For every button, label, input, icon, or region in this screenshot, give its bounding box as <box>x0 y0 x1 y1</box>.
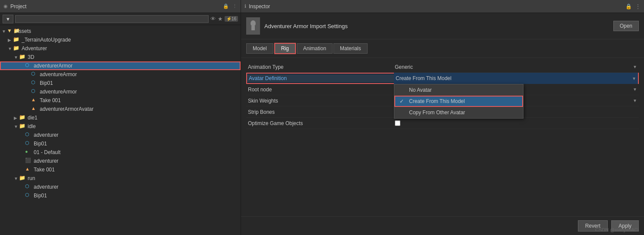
tree-item[interactable]: ⬡adventurerArmor <box>0 61 241 70</box>
dropdown-copy-from-other[interactable]: Copy From Other Avatar <box>394 107 523 118</box>
root-node-arrow: ▼ <box>633 87 637 92</box>
tree-item-label: adventurer <box>34 132 58 138</box>
folder-icon: 📁 <box>19 123 26 130</box>
folder-icon: 📁 <box>19 114 26 121</box>
avatar-definition-menu: No Avatar ✓ Create From This Model Copy … <box>394 84 523 119</box>
tree-item-label: Adventurer <box>22 45 47 52</box>
tree-arrow: ▼ <box>8 46 13 51</box>
tree-item[interactable]: ▼📁Adventurer <box>0 44 241 53</box>
tree-item[interactable]: ⬡adventureArmor <box>0 70 241 79</box>
tree-item-label: adventurerArmor <box>34 63 73 69</box>
inspector-lock-icon[interactable]: 🔒 <box>625 3 632 10</box>
tree-arrow: ▼ <box>14 55 19 60</box>
tree-item-label: 01 - Default <box>34 149 60 155</box>
tree-arrow: ▼ <box>2 29 7 34</box>
project-panel: ◉ Project 🔒 ⋮ ▼ 👁 ★ ⚡16 ▼▼ 📁Assets▶📁_Ter… <box>0 0 241 235</box>
tree-item[interactable]: ⬡Bip01 <box>0 79 241 87</box>
tree-arrow: ▶ <box>8 38 13 42</box>
folder-icon: 📁 <box>13 45 20 52</box>
anim-icon: ⬛ <box>25 158 32 164</box>
avatar-definition-dropdown-container: Create From This Model ▼ No Avatar ✓ <box>394 73 638 84</box>
file-tree: ▼▼ 📁Assets▶📁_TerrainAutoUpgrade▼📁Adventu… <box>0 25 241 235</box>
tree-item-label: adventurer <box>34 158 58 164</box>
tree-item-label: run <box>28 175 35 181</box>
root-node-label: Root node <box>246 87 393 93</box>
folder-icon: 📁 <box>19 175 26 182</box>
avatar-icon: ▲ <box>31 106 38 113</box>
dropdown-create-from-model[interactable]: ✓ Create From This Model <box>394 96 523 107</box>
tree-item[interactable]: ▶📁die1 <box>0 113 241 122</box>
avatar-definition-arrow: ▼ <box>632 76 636 81</box>
bottom-buttons: Revert Apply <box>241 216 644 235</box>
tab-rig[interactable]: Rig <box>274 43 296 54</box>
take-icon: ▲ <box>25 166 32 173</box>
inspector-tab-label[interactable]: Inspector <box>249 3 270 10</box>
tree-item[interactable]: ▼📁3D <box>0 53 241 61</box>
tree-item[interactable]: ▲adventurerArmorAvatar <box>0 105 241 113</box>
mesh-icon: ⬡ <box>31 80 38 87</box>
mesh-icon: ⬡ <box>25 192 32 199</box>
animation-type-label: Animation Type <box>246 64 393 70</box>
info-icon: ℹ <box>244 3 246 9</box>
tree-item[interactable]: ▼📁run <box>0 174 241 183</box>
tree-arrow: ▼ <box>14 176 19 181</box>
optimize-row: Optimize Game Objects <box>246 118 639 129</box>
eye-icon[interactable]: 👁 <box>210 16 216 22</box>
tab-animation[interactable]: Animation <box>297 43 333 54</box>
star-icon[interactable]: ★ <box>218 16 223 22</box>
project-toolbar: ▼ 👁 ★ ⚡16 <box>0 13 241 25</box>
settings-area: Animation Type Generic ▼ Avatar Definiti… <box>241 58 644 216</box>
tree-item[interactable]: ⬡adventureArmor <box>0 87 241 96</box>
strip-bones-label: Strip Bones <box>246 109 393 115</box>
mesh-icon: ⬡ <box>25 183 32 190</box>
tree-item-label: Bip01 <box>40 80 53 86</box>
avatar-definition-value[interactable]: Create From This Model ▼ <box>394 73 638 84</box>
optimize-label: Optimize Game Objects <box>246 120 393 126</box>
tree-item[interactable]: ●01 - Default <box>0 148 241 157</box>
tree-item-label: Assets <box>16 28 31 34</box>
tree-item[interactable]: ⬡adventurer <box>0 131 241 139</box>
take-icon: ▲ <box>31 97 38 104</box>
animation-type-row: Animation Type Generic ▼ <box>246 61 639 73</box>
inspector-menu-icon[interactable]: ⋮ <box>635 3 641 10</box>
add-button[interactable]: ▼ <box>3 15 13 23</box>
inspector-content: Adventurer Armor Import Settings Open Mo… <box>241 13 644 235</box>
optimize-value[interactable] <box>393 120 639 126</box>
tab-materials[interactable]: Materials <box>333 43 368 54</box>
mesh-icon: ⬡ <box>25 62 32 69</box>
search-input[interactable] <box>15 15 209 23</box>
project-tab-label[interactable]: Project <box>10 3 26 10</box>
tree-item-label: Take 001 <box>34 167 55 173</box>
tree-item[interactable]: ⬡Bip01 <box>0 139 241 148</box>
tree-item[interactable]: ▼📁idle <box>0 122 241 131</box>
inspector-panel: ℹ Inspector 🔒 ⋮ Adventurer Armor Import … <box>241 0 644 235</box>
folder-icon: 📁 <box>19 54 26 61</box>
tree-item[interactable]: ⬡adventurer <box>0 183 241 191</box>
tabs-row: Model Rig Animation Materials <box>241 39 644 58</box>
badge: ⚡16 <box>225 16 238 22</box>
avatar-definition-label: Avatar Definition <box>247 74 394 82</box>
animation-type-value[interactable]: Generic ▼ <box>393 64 639 70</box>
svg-point-0 <box>251 20 256 26</box>
open-button[interactable]: Open <box>613 21 639 31</box>
optimize-checkbox[interactable] <box>395 120 400 126</box>
create-from-model-check: ✓ <box>400 98 406 104</box>
tree-item[interactable]: ⬛adventurer <box>0 157 241 165</box>
skin-weights-label: Skin Weights <box>246 98 393 104</box>
menu-icon[interactable]: ⋮ <box>232 3 237 9</box>
tree-item[interactable]: ▶📁_TerrainAutoUpgrade <box>0 35 241 44</box>
tree-item-label: Bip01 <box>34 193 47 199</box>
tree-item-label: adventureArmor <box>40 89 77 95</box>
lock-icon[interactable]: 🔒 <box>223 3 229 9</box>
dropdown-no-avatar[interactable]: No Avatar <box>394 84 523 96</box>
project-icon: ◉ <box>3 3 8 9</box>
asset-icon <box>246 17 260 35</box>
tree-item[interactable]: ⬡Bip01 <box>0 191 241 200</box>
tab-model[interactable]: Model <box>246 43 273 54</box>
tree-item[interactable]: ▲Take 001 <box>0 165 241 174</box>
inspector-header: ℹ Inspector 🔒 ⋮ <box>241 0 644 13</box>
tree-item[interactable]: ▼▼ 📁Assets <box>0 27 241 35</box>
tree-arrow: ▼ <box>14 124 19 129</box>
tree-item[interactable]: ▲Take 001 <box>0 96 241 105</box>
tree-arrow: ▶ <box>14 116 19 120</box>
